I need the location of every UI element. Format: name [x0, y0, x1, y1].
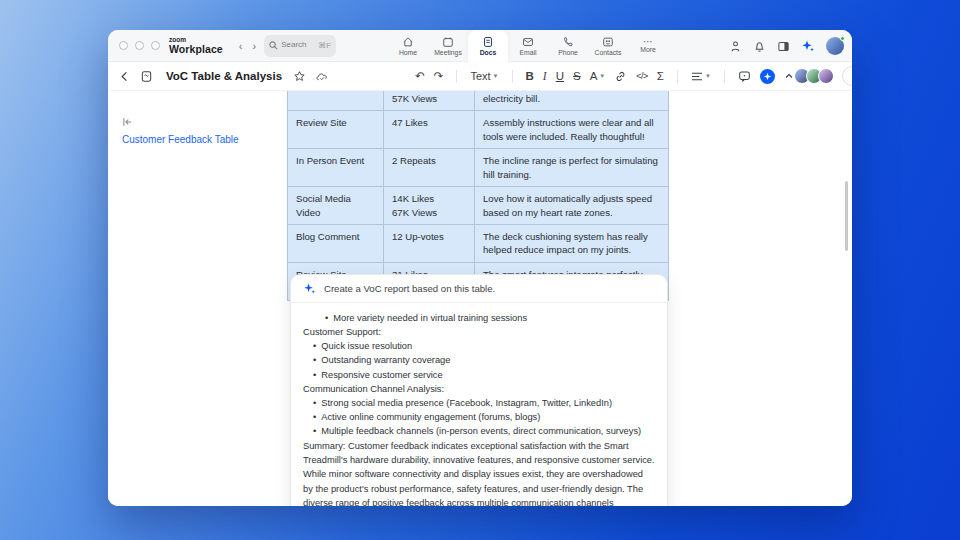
- presence-status-dot: [840, 36, 845, 41]
- email-icon: [522, 36, 534, 48]
- source-cell[interactable]: Blog Comment: [288, 224, 384, 262]
- document-body: Customer Feedback Table 57K Views electr…: [108, 91, 852, 506]
- nav-tab-home[interactable]: Home: [388, 30, 428, 62]
- ai-bullet: Outstanding warranty coverage: [303, 353, 655, 367]
- feedback-cell[interactable]: The incline range is perfect for simulat…: [475, 149, 669, 187]
- feedback-cell[interactable]: Love how it automatically adjusts speed …: [475, 187, 669, 225]
- collapse-sidebar-icon[interactable]: [122, 117, 282, 127]
- metric-cell[interactable]: 14K Likes 67K Views: [384, 187, 475, 225]
- chevron-down-icon: ▼: [599, 73, 605, 79]
- ai-generated-content: More variety needed in virtual training …: [291, 303, 667, 506]
- document-icon[interactable]: [140, 70, 153, 83]
- nav-tab-more[interactable]: ⋯ More: [628, 30, 668, 62]
- feedback-cell[interactable]: electricity bill.: [475, 91, 669, 111]
- docs-icon: [482, 36, 494, 48]
- home-icon: [402, 36, 414, 48]
- close-window-button[interactable]: [119, 41, 128, 50]
- underline-button[interactable]: U: [556, 70, 564, 82]
- share-button[interactable]: Share: [842, 66, 852, 86]
- ai-bullet: Active online community engagement (foru…: [303, 410, 655, 424]
- ai-summary-paragraph: Summary: Customer feedback indicates exc…: [303, 439, 655, 506]
- doc-back-icon[interactable]: [118, 70, 131, 83]
- ai-bullet: Multiple feedback channels (in-person ev…: [303, 424, 655, 438]
- search-placeholder: Search: [281, 41, 305, 50]
- metric-cell[interactable]: 57K Views: [384, 91, 475, 111]
- phone-icon: [562, 36, 574, 48]
- calendar-icon: [442, 36, 454, 48]
- header-right-actions: [729, 30, 844, 62]
- code-button[interactable]: </>: [636, 71, 648, 81]
- desktop: { "app_header": { "logo_top": "zoom", "l…: [0, 0, 960, 540]
- table-row[interactable]: 57K Views electricity bill.: [288, 91, 669, 111]
- nav-tab-meetings[interactable]: Meetings: [428, 30, 468, 62]
- profile-icon[interactable]: [729, 40, 742, 53]
- strikethrough-button[interactable]: S: [573, 70, 581, 82]
- ai-bullet: More variety needed in virtual training …: [303, 311, 655, 325]
- feedback-cell[interactable]: Assembly instructions were clear and all…: [475, 111, 669, 149]
- nav-tab-phone[interactable]: Phone: [548, 30, 588, 62]
- contacts-icon: [602, 36, 614, 48]
- ai-sparkle-icon: [303, 282, 316, 295]
- document-toolbar: VoC Table & Analysis ↶ ↷ Text ▼ B I U S …: [108, 62, 852, 91]
- zoom-workplace-logo: zoom Workplace: [169, 30, 223, 61]
- chevron-down-icon: ▼: [493, 73, 499, 79]
- ai-prompt-text: Create a VoC report based on this table.: [324, 283, 495, 294]
- nav-tab-docs[interactable]: Docs: [468, 30, 508, 62]
- formula-button[interactable]: Σ: [657, 70, 664, 82]
- window-controls: [108, 30, 169, 61]
- nav-tab-email[interactable]: Email: [508, 30, 548, 62]
- global-search-input[interactable]: Search ⌘F: [264, 35, 336, 57]
- source-cell[interactable]: In Person Event: [288, 149, 384, 187]
- chevron-down-icon: ▼: [705, 73, 711, 79]
- source-cell[interactable]: Social Media Video: [288, 187, 384, 225]
- customer-feedback-table: 57K Views electricity bill. Review Site …: [287, 91, 669, 301]
- user-avatar[interactable]: [826, 37, 844, 55]
- back-icon[interactable]: ‹: [239, 40, 243, 52]
- more-icon: ⋯: [643, 39, 653, 45]
- ai-bullet: Responsive customer service: [303, 368, 655, 382]
- text-color-dropdown[interactable]: A ▼: [590, 70, 606, 82]
- metric-cell[interactable]: 47 Likes: [384, 111, 475, 149]
- collapse-toolbar-icon[interactable]: [784, 72, 794, 80]
- history-nav: ‹ ›: [239, 30, 256, 61]
- favorite-star-icon[interactable]: [293, 70, 306, 83]
- source-cell[interactable]: [288, 91, 384, 111]
- table-row[interactable]: Review Site 47 Likes Assembly instructio…: [288, 111, 669, 149]
- sidebar-item-customer-feedback-table[interactable]: Customer Feedback Table: [122, 134, 282, 145]
- table-row[interactable]: Social Media Video 14K Likes 67K Views L…: [288, 187, 669, 225]
- ai-section-heading: Customer Support:: [303, 325, 655, 339]
- collaborator-avatar[interactable]: [818, 68, 834, 84]
- metric-cell[interactable]: 2 Repeats: [384, 149, 475, 187]
- cloud-saved-icon[interactable]: [315, 70, 329, 83]
- minimize-window-button[interactable]: [135, 41, 144, 50]
- source-cell[interactable]: Review Site: [288, 111, 384, 149]
- search-icon: [269, 41, 278, 50]
- ai-bullet: Strong social media presence (Facebook, …: [303, 396, 655, 410]
- table-row[interactable]: Blog Comment 12 Up-votes The deck cushio…: [288, 224, 669, 262]
- italic-button[interactable]: I: [543, 70, 547, 82]
- side-panel-toggle-icon[interactable]: [777, 40, 790, 53]
- zoom-workplace-window: zoom Workplace ‹ › Search ⌘F Home Meetin…: [108, 30, 852, 506]
- ai-companion-button[interactable]: [760, 69, 775, 84]
- undo-icon[interactable]: ↶: [415, 69, 425, 83]
- nav-tab-contacts[interactable]: Contacts: [588, 30, 628, 62]
- comment-icon[interactable]: [738, 70, 751, 83]
- table-row[interactable]: In Person Event 2 Repeats The incline ra…: [288, 149, 669, 187]
- text-style-dropdown[interactable]: Text ▼: [470, 70, 498, 82]
- maximize-window-button[interactable]: [151, 41, 160, 50]
- metric-cell[interactable]: 12 Up-votes: [384, 224, 475, 262]
- forward-icon[interactable]: ›: [252, 40, 256, 52]
- app-header: zoom Workplace ‹ › Search ⌘F Home Meetin…: [108, 30, 852, 62]
- ai-companion-icon[interactable]: [801, 39, 815, 53]
- ai-section-heading: Communication Channel Analysis:: [303, 382, 655, 396]
- feedback-cell[interactable]: The deck cushioning system has really he…: [475, 224, 669, 262]
- link-icon[interactable]: [614, 70, 627, 83]
- redo-icon[interactable]: ↷: [434, 69, 444, 83]
- bold-button[interactable]: B: [526, 70, 534, 82]
- align-dropdown[interactable]: ▼: [691, 71, 711, 82]
- ai-companion-panel: Create a VoC report based on this table.…: [290, 274, 668, 506]
- notifications-bell-icon[interactable]: [753, 40, 766, 53]
- vertical-scrollbar[interactable]: [845, 181, 848, 251]
- logo-workplace-text: Workplace: [169, 44, 223, 55]
- search-shortcut: ⌘F: [318, 41, 331, 50]
